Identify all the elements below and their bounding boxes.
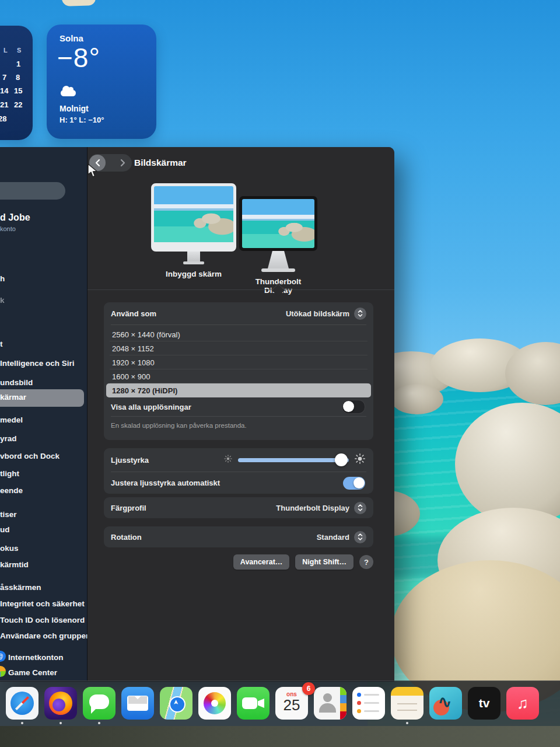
sidebar-item-sound[interactable]: ud (0, 525, 10, 535)
sidebar-item-unknown[interactable]: yrad (0, 434, 17, 444)
show-all-resolutions-toggle[interactable] (342, 400, 365, 414)
color-profile-value: Thunderbolt Display (276, 504, 349, 512)
sidebar-item-desktop-dock[interactable]: vbord och Dock (0, 451, 60, 462)
displays-pane: Bildskärmar Inbyggd skärm Thunderbolt Di… (88, 147, 394, 682)
mail-icon[interactable] (121, 687, 154, 720)
notes-icon[interactable] (391, 687, 424, 720)
sidebar-item-appearance[interactable]: eende (0, 486, 23, 496)
imac-base (183, 261, 204, 264)
sidebar-item-accessibility[interactable]: medel (0, 415, 23, 425)
sidebar-item-focus[interactable]: okus (0, 543, 19, 554)
resolution-option[interactable]: 2560 × 1440 (förval) (104, 327, 373, 341)
messages-icon[interactable] (83, 687, 116, 720)
sidebar-item-privacy-security[interactable]: Integritet och säkerhet (0, 599, 85, 609)
use-as-dropdown[interactable] (354, 308, 366, 320)
weather-widget[interactable]: Solna −8° Molnigt H: 1° L: −10° (47, 25, 156, 139)
chevron-right-icon (120, 159, 126, 167)
wallpaper-boulder (391, 384, 443, 414)
resolution-option-selected[interactable]: 1280 × 720 (HiDPI) (106, 383, 371, 397)
calendar-widget[interactable]: L S 1 7 8 14 15 21 22 28 (0, 26, 33, 140)
rotation-label: Rotation (111, 533, 142, 542)
mouse-cursor (86, 163, 99, 181)
sidebar-item-screen-time[interactable]: kärmtid (0, 560, 29, 570)
firefox-icon[interactable] (44, 687, 77, 720)
weather-condition: Molnigt (60, 104, 89, 113)
sidebar-item-network[interactable]: k (0, 295, 5, 306)
settings-sidebar: d Jobe konto h k t Intelligence och Siri… (0, 147, 88, 682)
maps-icon[interactable] (160, 687, 192, 720)
sidebar-item-label: kärmar (0, 393, 26, 402)
resolution-option[interactable]: 1920 × 1080 (104, 355, 373, 369)
brightness-slider[interactable] (238, 458, 349, 462)
auto-brightness-label: Justera ljusstyrka automatiskt (111, 479, 220, 487)
resolution-option[interactable]: 1600 × 900 (104, 369, 373, 383)
safari-icon[interactable] (6, 687, 38, 720)
resolution-option[interactable]: 2048 × 1152 (104, 341, 373, 355)
calendar-date: 28 (0, 114, 6, 123)
sidebar-item-wallpaper[interactable]: undsbild (0, 378, 33, 388)
sidebar-item-bluetooth[interactable]: h (0, 274, 5, 284)
calendar-date: 1 (16, 60, 20, 68)
auto-brightness-toggle[interactable] (343, 477, 365, 490)
up-down-chevrons-icon (357, 309, 363, 317)
imac-screen (151, 183, 236, 252)
reminders-icon[interactable] (352, 687, 385, 720)
calendar-day-header: S (17, 47, 21, 54)
calendar-date: 8 (16, 73, 20, 82)
advanced-button[interactable]: Avancerat… (233, 554, 290, 570)
show-all-resolutions-label: Visa alla upplösningar (111, 403, 191, 411)
cloud-icon (61, 90, 76, 96)
up-down-chevrons-icon (357, 533, 363, 541)
wave-app-icon[interactable] (429, 687, 462, 720)
music-icon[interactable]: ♫ (506, 687, 539, 720)
cropped-top-widget-fragment (62, 0, 96, 6)
resolution-group: Använd som Utökad bildskärm 2560 × 1440 … (104, 302, 373, 440)
internet-accounts-icon: @ (0, 651, 6, 662)
help-button[interactable]: ? (359, 555, 373, 569)
sidebar-item-displays-selected[interactable]: kärmar (0, 389, 84, 407)
search-input[interactable] (0, 182, 65, 200)
running-indicator (21, 722, 23, 724)
display-thumbnail-built-in[interactable]: Inbyggd skärm (148, 183, 239, 278)
use-as-value: Utökad bildskärm (286, 309, 349, 318)
calendar-date: 21 (0, 100, 8, 109)
bottom-buttons-row: Avancerat… Night Shift… ? (104, 554, 373, 570)
use-as-label: Använd som (111, 309, 156, 318)
rotation-dropdown[interactable] (354, 531, 366, 543)
sidebar-item-spotlight[interactable]: tlight (0, 469, 19, 479)
night-shift-button[interactable]: Night Shift… (295, 554, 354, 570)
calendar-date: 7 (2, 73, 6, 82)
contacts-icon[interactable] (314, 687, 346, 720)
sidebar-item-general[interactable]: t (0, 339, 3, 350)
appletv-icon[interactable]: tv (468, 687, 501, 720)
brightness-group: Ljusstyrka Justera ljusstyrka automatisk… (104, 448, 373, 494)
brightness-max-icon (355, 453, 365, 466)
sidebar-item-internet-accounts[interactable]: Internetkonton (8, 652, 64, 663)
thunderbolt-base (261, 268, 295, 272)
brightness-slider-knob[interactable] (335, 453, 348, 466)
display-thumbnail-thunderbolt[interactable]: Thunderbolt Display (235, 196, 322, 295)
calendar-date: 15 (14, 86, 22, 95)
thunderbolt-screen (239, 196, 317, 251)
running-indicator (60, 722, 62, 724)
up-down-chevrons-icon (357, 504, 363, 512)
weather-high-low: H: 1° L: −10° (60, 116, 104, 124)
color-profile-dropdown[interactable] (354, 502, 366, 514)
sidebar-item-intelligence-siri[interactable]: Intelligence och Siri (0, 358, 75, 369)
sidebar-item-lock-screen[interactable]: åsskärmen (0, 582, 41, 593)
running-indicator (98, 722, 100, 724)
forward-button[interactable] (117, 157, 128, 169)
reminders-badge: 6 (302, 682, 315, 695)
sidebar-item-touch-id[interactable]: Touch ID och lösenord (0, 615, 85, 626)
facetime-icon[interactable] (237, 687, 270, 720)
display-name: Inbyggd skärm (148, 270, 239, 278)
rotation-value: Standard (317, 533, 349, 542)
color-profile-label: Färgprofil (111, 504, 146, 512)
sidebar-item-game-center[interactable]: Game Center (8, 668, 57, 678)
sidebar-item-users-groups[interactable]: Användare och grupper (0, 631, 89, 641)
dock: ons 25 6 tv ♫ (0, 680, 560, 727)
user-name[interactable]: d Jobe (0, 212, 30, 223)
photos-icon[interactable] (198, 687, 231, 720)
sidebar-item-notifications[interactable]: tiser (0, 509, 17, 520)
rotation-group: Rotation Standard (104, 526, 373, 547)
